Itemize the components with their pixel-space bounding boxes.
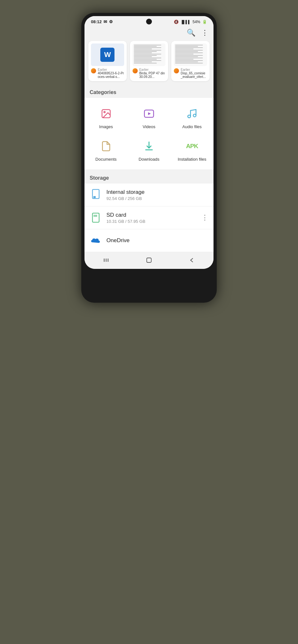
doc-line [134, 50, 161, 51]
category-videos[interactable]: Videos [127, 101, 170, 134]
doc-line [175, 52, 203, 53]
sdcard-icon [90, 212, 102, 224]
toolbar: 🔍 ⋮ [84, 26, 214, 38]
doc-line [175, 51, 198, 52]
categories-title: Categories [84, 85, 214, 98]
doc-line [134, 45, 161, 45]
svg-point-4 [188, 115, 191, 118]
search-button[interactable]: 🔍 [187, 29, 195, 37]
storage-internal[interactable]: Internal storage 92.54 GB / 256 GB [84, 184, 214, 206]
installation-label: Installation files [178, 157, 206, 162]
onedrive-info: OneDrive [106, 237, 208, 244]
doc-line [134, 60, 161, 61]
storage-title: Storage [84, 171, 214, 184]
mail-icon: ✉ [104, 19, 107, 24]
doc-preview-2 [133, 43, 166, 66]
doc-line [175, 54, 194, 54]
file-name-2: Birda, PDP 47 din 30.09.20... [139, 71, 166, 79]
file-preview-1 [91, 43, 124, 66]
recent-file-3[interactable]: Earlier Disp_65_comisie_evaluare_ofert..… [171, 41, 210, 81]
category-documents[interactable]: Documents [84, 134, 127, 166]
word-icon [100, 48, 114, 62]
sdcard-name: SD card [106, 212, 197, 218]
doc-line [175, 46, 198, 47]
status-right: 🔇 ▐▌▌▌ 54% 🔋 [174, 20, 207, 24]
doc-line [134, 56, 152, 57]
doc-line [175, 60, 203, 61]
doc-line [134, 59, 157, 60]
file-footer-2: Earlier Birda, PDP 47 din 30.09.20... [133, 68, 166, 79]
back-button[interactable] [188, 257, 195, 264]
internal-storage-name: Internal storage [106, 189, 208, 195]
downloads-label: Downloads [139, 157, 159, 162]
doc-line [175, 50, 203, 51]
sdcard-detail: 10.31 GB / 57.95 GB [106, 219, 197, 224]
recents-button[interactable] [103, 257, 110, 264]
videos-label: Videos [143, 124, 155, 129]
file-info-3: Earlier Disp_65_comisie_evaluare_ofert..… [181, 68, 207, 79]
doc-line [134, 62, 152, 62]
svg-point-1 [104, 111, 105, 113]
apk-icon: APK [184, 138, 200, 154]
signal-icon: ▐▌▌▌ [181, 20, 191, 24]
doc-line [134, 46, 157, 47]
messenger-icon-1 [91, 68, 96, 73]
audio-label: Audio files [182, 124, 202, 129]
file-time-2: Earlier [139, 68, 166, 71]
battery-display: 54% [193, 20, 200, 24]
images-icon [98, 106, 114, 122]
doc-line [175, 59, 194, 60]
phone-frame: 08:12 ✉ ⚙ 🔇 ▐▌▌▌ 54% 🔋 🔍 ⋮ [81, 13, 217, 303]
internal-storage-icon [90, 189, 102, 201]
doc-line [134, 55, 157, 56]
svg-rect-15 [147, 258, 151, 262]
storage-sdcard[interactable]: SD card 10.31 GB / 57.95 GB ⋮ [84, 206, 214, 229]
file-info-1: Earlier 404069523-6-2-Proces-verbal-s... [98, 68, 124, 79]
doc-line [134, 49, 152, 49]
doc-line [134, 58, 161, 58]
doc-line [134, 52, 152, 53]
file-footer-1: Earlier 404069523-6-2-Proces-verbal-s... [91, 68, 124, 79]
file-time-1: Earlier [98, 68, 124, 71]
battery-icon: 🔋 [202, 20, 207, 24]
category-installation[interactable]: APK Installation files [171, 134, 214, 166]
sdcard-more-button[interactable]: ⋮ [201, 213, 208, 222]
file-name-1: 404069523-6-2-Proces-verbal-s... [98, 71, 124, 79]
time-display: 08:12 [91, 19, 102, 24]
settings-icon: ⚙ [109, 19, 113, 24]
onedrive-icon [90, 234, 102, 247]
internal-storage-detail: 92.54 GB / 256 GB [106, 196, 208, 201]
svg-rect-7 [94, 196, 95, 198]
doc-line [175, 62, 198, 62]
mute-icon: 🔇 [174, 20, 179, 24]
home-button[interactable] [145, 257, 153, 264]
doc-line [175, 47, 203, 48]
category-downloads[interactable]: Downloads [127, 134, 170, 166]
storage-list: Internal storage 92.54 GB / 256 GB SD ca… [84, 184, 214, 252]
more-options-button[interactable]: ⋮ [201, 29, 208, 37]
categories-grid: Images Videos [84, 98, 214, 169]
svg-marker-3 [148, 112, 151, 115]
file-preview-3 [174, 43, 207, 66]
doc-line [134, 47, 161, 48]
phone-screen: 08:12 ✉ ⚙ 🔇 ▐▌▌▌ 54% 🔋 🔍 ⋮ [84, 16, 214, 269]
doc-line [175, 56, 198, 57]
file-footer-3: Earlier Disp_65_comisie_evaluare_ofert..… [174, 68, 207, 79]
videos-icon [141, 106, 157, 122]
file-preview-2 [133, 43, 166, 66]
doc-line [134, 63, 157, 63]
messenger-icon-2 [133, 68, 138, 73]
status-left: 08:12 ✉ ⚙ [91, 19, 113, 24]
doc-line [134, 51, 157, 52]
svg-point-5 [194, 114, 196, 117]
storage-onedrive[interactable]: OneDrive [84, 229, 214, 252]
recent-file-2[interactable]: Earlier Birda, PDP 47 din 30.09.20... [130, 41, 168, 81]
doc-line [175, 49, 194, 49]
doc-line [175, 55, 203, 56]
category-images[interactable]: Images [84, 101, 127, 134]
category-audio[interactable]: Audio files [171, 101, 214, 134]
status-bar: 08:12 ✉ ⚙ 🔇 ▐▌▌▌ 54% 🔋 [84, 16, 214, 26]
nav-bar [84, 252, 214, 269]
recent-file-1[interactable]: Earlier 404069523-6-2-Proces-verbal-s... [88, 41, 127, 81]
doc-line [175, 58, 203, 58]
